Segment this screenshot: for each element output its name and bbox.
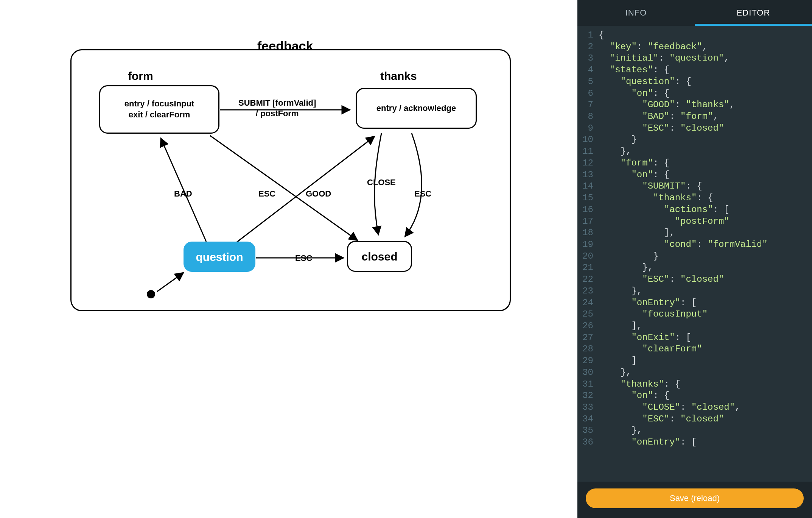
code-line[interactable]: 35 }, bbox=[577, 425, 812, 437]
save-button[interactable]: Save (reload) bbox=[586, 488, 804, 508]
code-text[interactable]: "actions": [ bbox=[599, 204, 812, 216]
save-bar: Save (reload) bbox=[577, 482, 812, 518]
code-line[interactable]: 3 "initial": "question", bbox=[577, 53, 812, 64]
code-text[interactable]: ], bbox=[599, 320, 812, 332]
code-text[interactable]: "key": "feedback", bbox=[599, 41, 812, 53]
code-text[interactable]: "onEntry": [ bbox=[599, 297, 812, 309]
code-text[interactable]: "onExit": [ bbox=[599, 332, 812, 344]
panel-tabs: INFO EDITOR bbox=[577, 0, 812, 26]
code-text[interactable]: "postForm" bbox=[599, 216, 812, 228]
code-line[interactable]: 31 "thanks": { bbox=[577, 379, 812, 390]
code-line[interactable]: 4 "states": { bbox=[577, 64, 812, 76]
code-line[interactable]: 13 "on": { bbox=[577, 169, 812, 181]
state-form-text: entry / focusInput exit / clearForm bbox=[124, 98, 194, 120]
code-editor[interactable]: 1{2 "key": "feedback",3 "initial": "ques… bbox=[577, 26, 812, 482]
code-text[interactable]: "on": { bbox=[599, 169, 812, 181]
code-line[interactable]: 27 "onExit": [ bbox=[577, 332, 812, 344]
line-number: 35 bbox=[577, 425, 599, 437]
code-text[interactable]: "SUBMIT": { bbox=[599, 181, 812, 192]
code-text[interactable]: "BAD": "form", bbox=[599, 111, 812, 123]
code-line[interactable]: 11 }, bbox=[577, 146, 812, 158]
line-number: 12 bbox=[577, 158, 599, 169]
code-text[interactable]: "question": { bbox=[599, 76, 812, 88]
tab-editor[interactable]: EDITOR bbox=[695, 0, 812, 26]
code-text[interactable]: "on": { bbox=[599, 88, 812, 100]
code-text[interactable]: }, bbox=[599, 367, 812, 379]
code-line[interactable]: 30 }, bbox=[577, 367, 812, 379]
code-text[interactable]: "CLOSE": "closed", bbox=[599, 402, 812, 413]
code-line[interactable]: 25 "focusInput" bbox=[577, 309, 812, 320]
line-number: 23 bbox=[577, 286, 599, 297]
code-line[interactable]: 26 ], bbox=[577, 320, 812, 332]
code-text[interactable]: }, bbox=[599, 146, 812, 158]
code-line[interactable]: 19 "cond": "formValid" bbox=[577, 239, 812, 251]
code-text[interactable]: "thanks": { bbox=[599, 192, 812, 204]
code-line[interactable]: 1{ bbox=[577, 30, 812, 41]
code-line[interactable]: 8 "BAD": "form", bbox=[577, 111, 812, 123]
line-number: 25 bbox=[577, 309, 599, 320]
code-text[interactable]: "ESC": "closed" bbox=[599, 123, 812, 134]
code-text[interactable]: ] bbox=[599, 355, 812, 367]
state-thanks[interactable]: entry / acknowledge bbox=[356, 88, 477, 129]
code-text[interactable]: "form": { bbox=[599, 158, 812, 169]
code-text[interactable]: "ESC": "closed" bbox=[599, 274, 812, 286]
code-text[interactable]: }, bbox=[599, 425, 812, 437]
code-line[interactable]: 21 }, bbox=[577, 262, 812, 274]
code-line[interactable]: 28 "clearForm" bbox=[577, 343, 812, 355]
line-number: 20 bbox=[577, 251, 599, 262]
code-text[interactable]: "onEntry": [ bbox=[599, 437, 812, 448]
state-form[interactable]: entry / focusInput exit / clearForm bbox=[99, 85, 219, 134]
code-text[interactable]: "initial": "question", bbox=[599, 53, 812, 64]
code-line[interactable]: 16 "actions": [ bbox=[577, 204, 812, 216]
line-number: 19 bbox=[577, 239, 599, 251]
line-number: 7 bbox=[577, 99, 599, 111]
code-line[interactable]: 17 "postForm" bbox=[577, 216, 812, 228]
code-line[interactable]: 10 } bbox=[577, 134, 812, 146]
code-line[interactable]: 29 ] bbox=[577, 355, 812, 367]
code-line[interactable]: 12 "form": { bbox=[577, 158, 812, 169]
state-question-label: question bbox=[196, 250, 243, 264]
code-line[interactable]: 33 "CLOSE": "closed", bbox=[577, 402, 812, 413]
code-line[interactable]: 22 "ESC": "closed" bbox=[577, 274, 812, 286]
tab-info[interactable]: INFO bbox=[577, 0, 695, 26]
code-text[interactable]: "on": { bbox=[599, 390, 812, 402]
statechart-canvas[interactable]: feedback form entry / focusInput exit / … bbox=[0, 0, 577, 518]
code-line[interactable]: 7 "GOOD": "thanks", bbox=[577, 99, 812, 111]
code-line[interactable]: 34 "ESC": "closed" bbox=[577, 413, 812, 425]
code-text[interactable]: "states": { bbox=[599, 64, 812, 76]
code-text[interactable]: "GOOD": "thanks", bbox=[599, 99, 812, 111]
code-line[interactable]: 6 "on": { bbox=[577, 88, 812, 100]
code-line[interactable]: 14 "SUBMIT": { bbox=[577, 181, 812, 192]
code-text[interactable]: } bbox=[599, 134, 812, 146]
code-line[interactable]: 18 ], bbox=[577, 227, 812, 239]
code-text[interactable]: { bbox=[599, 30, 812, 41]
line-number: 18 bbox=[577, 227, 599, 239]
code-line[interactable]: 36 "onEntry": [ bbox=[577, 437, 812, 448]
transition-esc-form: ESC bbox=[258, 189, 275, 199]
line-number: 3 bbox=[577, 53, 599, 64]
code-text[interactable]: "clearForm" bbox=[599, 343, 812, 355]
state-question[interactable]: question bbox=[184, 242, 255, 272]
code-line[interactable]: 24 "onEntry": [ bbox=[577, 297, 812, 309]
code-line[interactable]: 5 "question": { bbox=[577, 76, 812, 88]
code-line[interactable]: 9 "ESC": "closed" bbox=[577, 123, 812, 134]
code-line[interactable]: 2 "key": "feedback", bbox=[577, 41, 812, 53]
code-line[interactable]: 32 "on": { bbox=[577, 390, 812, 402]
state-closed-label: closed bbox=[361, 249, 397, 264]
code-text[interactable]: "ESC": "closed" bbox=[599, 413, 812, 425]
code-text[interactable]: } bbox=[599, 251, 812, 262]
state-closed[interactable]: closed bbox=[347, 241, 412, 272]
code-text[interactable]: "thanks": { bbox=[599, 379, 812, 390]
code-text[interactable]: }, bbox=[599, 262, 812, 274]
initial-state-dot bbox=[147, 290, 155, 298]
code-line[interactable]: 23 }, bbox=[577, 286, 812, 297]
code-line[interactable]: 20 } bbox=[577, 251, 812, 262]
transition-esc-thanks: ESC bbox=[414, 189, 431, 199]
code-text[interactable]: "focusInput" bbox=[599, 309, 812, 320]
code-line[interactable]: 15 "thanks": { bbox=[577, 192, 812, 204]
code-text[interactable]: }, bbox=[599, 286, 812, 297]
code-text[interactable]: ], bbox=[599, 227, 812, 239]
line-number: 4 bbox=[577, 64, 599, 76]
line-number: 33 bbox=[577, 402, 599, 413]
code-text[interactable]: "cond": "formValid" bbox=[599, 239, 812, 251]
